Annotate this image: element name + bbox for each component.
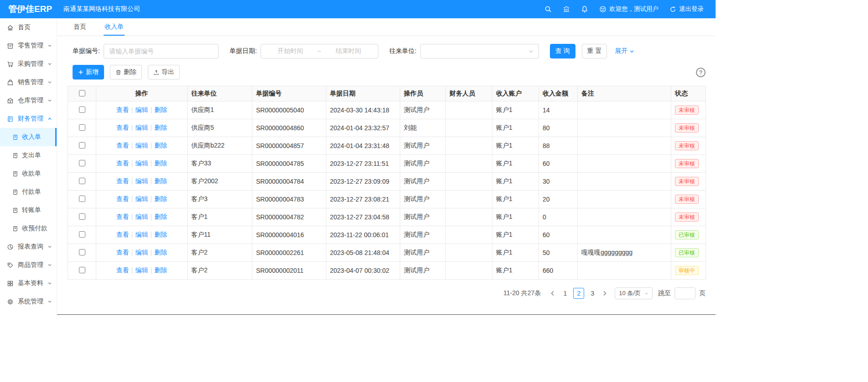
row-checkbox[interactable] bbox=[79, 106, 85, 113]
delete-link[interactable]: 删除 bbox=[154, 106, 167, 113]
edit-link[interactable]: 编辑 bbox=[136, 266, 148, 274]
expand-link[interactable]: 展开 bbox=[615, 47, 634, 55]
search-button[interactable]: 查 询 bbox=[550, 44, 575, 58]
tab-home[interactable]: 首页 bbox=[73, 18, 87, 36]
edit-link[interactable]: 编辑 bbox=[136, 195, 148, 202]
document-icon bbox=[12, 226, 18, 232]
page-size-select[interactable]: 10 条/页 bbox=[615, 287, 653, 299]
delete-link[interactable]: 删除 bbox=[154, 213, 167, 220]
row-checkbox[interactable] bbox=[79, 249, 85, 255]
cell-date: 2023-12-27 23:08:21 bbox=[326, 191, 400, 208]
select-all-checkbox[interactable] bbox=[79, 90, 85, 96]
prev-page-button[interactable] bbox=[547, 288, 558, 299]
delete-link[interactable]: 删除 bbox=[154, 249, 167, 256]
sidebar-item-purchase[interactable]: 采购管理 bbox=[0, 55, 57, 73]
sidebar-subitem-expense[interactable]: 支出单 bbox=[0, 146, 57, 164]
bank-icon[interactable] bbox=[563, 5, 570, 13]
export-button[interactable]: 导出 bbox=[148, 65, 180, 80]
delete-link[interactable]: 删除 bbox=[154, 159, 167, 167]
sidebar-item-retail[interactable]: 零售管理 bbox=[0, 37, 57, 55]
cell-number: SR00000004783 bbox=[252, 191, 326, 208]
bell-icon[interactable] bbox=[581, 5, 588, 13]
view-link[interactable]: 查看 bbox=[116, 159, 129, 167]
sidebar-subitem-transfer[interactable]: 转账单 bbox=[0, 201, 57, 219]
add-button[interactable]: 新增 bbox=[73, 65, 104, 80]
filter-date: 单据日期: 开始时间 ~ 结束时间 bbox=[230, 44, 378, 58]
sidebar-subitem-advance[interactable]: 收预付款 bbox=[0, 219, 57, 238]
sidebar-item-system[interactable]: 系统管理 bbox=[0, 292, 57, 311]
sidebar-subitem-receipt[interactable]: 收款单 bbox=[0, 164, 57, 183]
date-range-picker[interactable]: 开始时间 ~ 结束时间 bbox=[261, 44, 378, 58]
reset-button[interactable]: 重 置 bbox=[582, 44, 607, 58]
page-button-3[interactable]: 3 bbox=[587, 288, 598, 299]
edit-link[interactable]: 编辑 bbox=[136, 124, 148, 131]
number-input[interactable] bbox=[104, 44, 219, 58]
delete-link[interactable]: 删除 bbox=[154, 177, 167, 185]
delete-link[interactable]: 删除 bbox=[154, 142, 167, 149]
row-checkbox[interactable] bbox=[79, 142, 85, 149]
delete-link[interactable]: 删除 bbox=[154, 266, 167, 274]
col-remark: 备注 bbox=[578, 86, 671, 101]
view-link[interactable]: 查看 bbox=[116, 142, 129, 149]
row-checkbox[interactable] bbox=[79, 178, 85, 184]
delete-link[interactable]: 删除 bbox=[154, 231, 167, 238]
sidebar-item-label: 采购管理 bbox=[18, 60, 43, 68]
sidebar-subitem-income[interactable]: 收入单 bbox=[0, 128, 57, 146]
row-checkbox[interactable] bbox=[79, 231, 85, 238]
sidebar-item-sales[interactable]: 销售管理 bbox=[0, 73, 57, 91]
cell-status: 未审核 bbox=[671, 137, 706, 155]
search-icon[interactable] bbox=[544, 5, 552, 13]
welcome-user[interactable]: 欢迎您，测试用户 bbox=[599, 5, 659, 13]
view-link[interactable]: 查看 bbox=[116, 231, 129, 238]
row-checkbox[interactable] bbox=[79, 196, 85, 202]
row-checkbox[interactable] bbox=[79, 160, 85, 166]
table-row: 查看|编辑|删除 供应商b222 SR00000004857 2024-01-0… bbox=[68, 137, 706, 155]
base-icon bbox=[7, 280, 14, 287]
sidebar-item-goods[interactable]: 商品管理 bbox=[0, 256, 57, 274]
partner-select[interactable] bbox=[420, 44, 539, 58]
edit-link[interactable]: 编辑 bbox=[136, 177, 148, 185]
date-start-placeholder: 开始时间 bbox=[266, 47, 315, 55]
edit-link[interactable]: 编辑 bbox=[136, 159, 148, 167]
sidebar-item-report[interactable]: 报表查询 bbox=[0, 238, 57, 256]
row-checkbox[interactable] bbox=[79, 124, 85, 131]
cell-date: 2024-01-04 23:32:57 bbox=[326, 119, 400, 137]
view-link[interactable]: 查看 bbox=[116, 249, 129, 256]
tab-income[interactable]: 收入单 bbox=[104, 18, 125, 36]
row-checkbox[interactable] bbox=[79, 267, 85, 273]
edit-link[interactable]: 编辑 bbox=[136, 142, 148, 149]
sidebar-item-warehouse[interactable]: 仓库管理 bbox=[0, 91, 57, 110]
edit-link[interactable]: 编辑 bbox=[136, 106, 148, 113]
view-link[interactable]: 查看 bbox=[116, 213, 129, 220]
delete-link[interactable]: 删除 bbox=[154, 195, 167, 202]
help-icon[interactable]: ? bbox=[696, 68, 706, 77]
view-link[interactable]: 查看 bbox=[116, 266, 129, 274]
view-link[interactable]: 查看 bbox=[116, 124, 129, 131]
edit-link[interactable]: 编辑 bbox=[136, 213, 148, 220]
sidebar-item-basedata[interactable]: 基本资料 bbox=[0, 274, 57, 292]
chevron-down-icon bbox=[47, 244, 52, 249]
sidebar-subitem-payment[interactable]: 付款单 bbox=[0, 183, 57, 201]
sidebar-item-home[interactable]: 首页 bbox=[0, 18, 57, 37]
cell-finance bbox=[446, 173, 492, 191]
view-link[interactable]: 查看 bbox=[116, 195, 129, 202]
cell-finance bbox=[446, 262, 492, 280]
edit-link[interactable]: 编辑 bbox=[136, 249, 148, 256]
page-jump-input[interactable] bbox=[675, 287, 695, 299]
view-link[interactable]: 查看 bbox=[116, 177, 129, 185]
status-badge: 未审核 bbox=[675, 106, 699, 115]
edit-link[interactable]: 编辑 bbox=[136, 231, 148, 238]
row-operation-cell: 查看|编辑|删除 bbox=[96, 155, 188, 173]
page-button-1[interactable]: 1 bbox=[559, 288, 570, 299]
delete-button[interactable]: 删除 bbox=[110, 65, 142, 80]
col-number: 单据编号 bbox=[252, 86, 326, 101]
logout-button[interactable]: 退出登录 bbox=[669, 5, 704, 13]
page-button-2-active[interactable]: 2 bbox=[573, 288, 584, 299]
view-link[interactable]: 查看 bbox=[116, 106, 129, 113]
row-checkbox[interactable] bbox=[79, 213, 85, 220]
next-page-button[interactable] bbox=[599, 288, 610, 299]
export-icon bbox=[153, 69, 159, 75]
sidebar-item-finance[interactable]: 财务管理 bbox=[0, 110, 57, 128]
delete-link[interactable]: 删除 bbox=[154, 124, 167, 131]
cell-finance bbox=[446, 137, 492, 155]
